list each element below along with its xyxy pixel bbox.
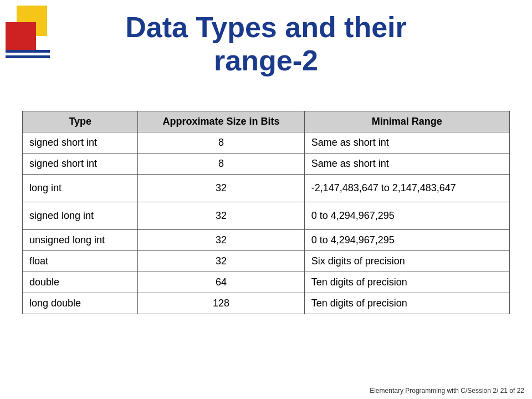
- table-cell-7-2: Ten digits of precision: [304, 293, 509, 314]
- table-row: unsigned long int320 to 4,294,967,295: [23, 230, 510, 251]
- slide: Data Types and their range-2 Type Approx…: [0, 0, 532, 399]
- title-line1: Data Types and their: [125, 11, 407, 43]
- table-cell-1-0: signed short int: [23, 154, 138, 175]
- table-row: signed short int8Same as short int: [23, 132, 510, 154]
- table-cell-7-1: 128: [138, 293, 304, 314]
- table-header-row: Type Approximate Size in Bits Minimal Ra…: [23, 111, 510, 132]
- table-cell-6-0: double: [23, 272, 138, 293]
- table-cell-1-2: Same as short int: [304, 154, 509, 175]
- slide-title: Data Types and their range-2: [0, 11, 532, 78]
- table-row: signed long int320 to 4,294,967,295: [23, 202, 510, 230]
- table-cell-2-1: 32: [138, 175, 304, 202]
- table-cell-3-0: signed long int: [23, 202, 138, 230]
- table-cell-4-1: 32: [138, 230, 304, 251]
- table-cell-3-2: 0 to 4,294,967,295: [304, 202, 509, 230]
- table-cell-5-2: Six digits of precision: [304, 251, 509, 272]
- col-header-type: Type: [23, 111, 138, 132]
- table-cell-1-1: 8: [138, 154, 304, 175]
- table-cell-5-0: float: [23, 251, 138, 272]
- col-header-size: Approximate Size in Bits: [138, 111, 304, 132]
- table-row: signed short int8Same as short int: [23, 154, 510, 175]
- table-cell-6-1: 64: [138, 272, 304, 293]
- table-cell-5-1: 32: [138, 251, 304, 272]
- table-cell-0-0: signed short int: [23, 132, 138, 154]
- table-container: Type Approximate Size in Bits Minimal Ra…: [22, 111, 510, 371]
- table-cell-2-2: -2,147,483,647 to 2,147,483,647: [304, 175, 509, 202]
- footer-text: Elementary Programming with C/Session 2/…: [370, 387, 524, 395]
- table-row: long double128Ten digits of precision: [23, 293, 510, 314]
- col-header-range: Minimal Range: [304, 111, 509, 132]
- title-line2: range-2: [214, 44, 318, 76]
- table-cell-4-0: unsigned long int: [23, 230, 138, 251]
- table-cell-0-1: 8: [138, 132, 304, 154]
- table-cell-3-1: 32: [138, 202, 304, 230]
- table-cell-0-2: Same as short int: [304, 132, 509, 154]
- data-types-table: Type Approximate Size in Bits Minimal Ra…: [22, 111, 510, 314]
- table-cell-6-2: Ten digits of precision: [304, 272, 509, 293]
- table-cell-4-2: 0 to 4,294,967,295: [304, 230, 509, 251]
- table-row: float32Six digits of precision: [23, 251, 510, 272]
- table-row: long int32-2,147,483,647 to 2,147,483,64…: [23, 175, 510, 202]
- table-row: double64Ten digits of precision: [23, 272, 510, 293]
- table-cell-2-0: long int: [23, 175, 138, 202]
- table-cell-7-0: long double: [23, 293, 138, 314]
